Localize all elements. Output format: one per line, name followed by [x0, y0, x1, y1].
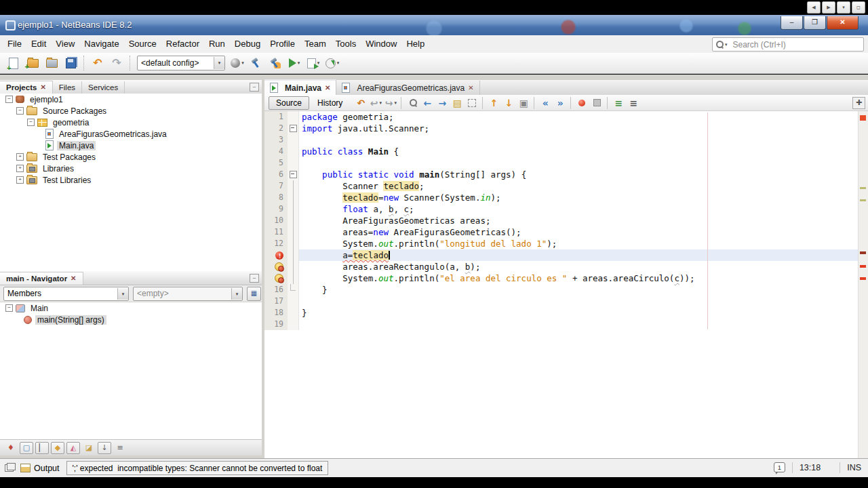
- maximize-editor-icon[interactable]: ◻: [852, 1, 865, 14]
- toolbar-build-sphere-button[interactable]: ▾: [229, 54, 246, 72]
- toolbar-save-all-button[interactable]: [62, 54, 79, 72]
- code-text[interactable]: System.out.println("el area del circulo …: [299, 272, 859, 284]
- toolbar-open-project-button[interactable]: [43, 54, 60, 72]
- code-text[interactable]: public class Main {: [299, 146, 859, 157]
- menu-source[interactable]: Source: [124, 35, 161, 52]
- code-text[interactable]: public static void main(String[] args) {: [299, 169, 859, 180]
- toolbar-undo-button[interactable]: ↶: [89, 54, 106, 72]
- code-fold-icon[interactable]: [290, 125, 297, 132]
- show-qualified-names-button[interactable]: ◪: [82, 442, 96, 454]
- error-stripe-mark[interactable]: [860, 187, 866, 189]
- config-combobox[interactable]: <default config>▾: [137, 56, 225, 70]
- code-text[interactable]: [299, 296, 859, 307]
- editor-previous-bookmark-button[interactable]: ↑: [486, 96, 501, 110]
- toolbar-overflow-icon[interactable]: ✚: [852, 97, 865, 109]
- editor-find-next-button[interactable]: →: [435, 96, 450, 110]
- editor-uncomment-button[interactable]: ≡: [626, 96, 641, 110]
- toolbar-build-hammer-button[interactable]: [248, 54, 265, 72]
- code-text[interactable]: a=teclado: [299, 249, 859, 261]
- error-stripe-mark[interactable]: [860, 199, 866, 201]
- tab-services[interactable]: Services: [82, 81, 125, 94]
- project-item-geometria[interactable]: −geometria: [0, 117, 262, 128]
- show-non-public-button[interactable]: ◆: [51, 442, 64, 454]
- code-fold-icon[interactable]: [290, 171, 297, 178]
- output-tab[interactable]: Output: [19, 464, 66, 473]
- search-input[interactable]: ▾ Search (Ctrl+I): [712, 37, 864, 52]
- code-text[interactable]: System.out.println("longitud del lado 1"…: [299, 238, 859, 249]
- window-group-icon[interactable]: [5, 464, 14, 472]
- show-fields-button[interactable]: ▢: [20, 442, 33, 454]
- warning-error-glyph-icon[interactable]: [275, 274, 283, 283]
- collapse-icon[interactable]: −: [16, 107, 24, 115]
- toolbar-new-project-button[interactable]: [24, 54, 41, 72]
- menu-refactor[interactable]: Refactor: [161, 35, 204, 52]
- code-text[interactable]: [299, 134, 859, 146]
- menu-edit[interactable]: Edit: [26, 35, 51, 52]
- menu-navigate[interactable]: Navigate: [79, 35, 123, 52]
- close-button[interactable]: ✕: [827, 16, 859, 30]
- editor-back-button[interactable]: ↩▾: [368, 96, 383, 110]
- editor-tab-areafigurasgeometricas-java[interactable]: AreaFigurasGeometricas.java✕: [336, 81, 479, 95]
- tab-close-icon[interactable]: ✕: [325, 85, 330, 92]
- scroll-tabs-left-icon[interactable]: ◀: [807, 1, 821, 14]
- tab-close-icon[interactable]: ✕: [468, 85, 473, 92]
- tab-close-icon[interactable]: ✕: [40, 84, 45, 91]
- code-text[interactable]: }: [299, 284, 859, 296]
- error-stripe-mark[interactable]: [860, 115, 866, 121]
- collapse-icon[interactable]: −: [5, 304, 13, 312]
- toolbar-debug-project-button[interactable]: ▾: [304, 54, 322, 72]
- code-text[interactable]: [299, 157, 859, 169]
- project-item-ejemplo1[interactable]: −ejemplo1: [0, 94, 262, 105]
- code-text[interactable]: float a, b, c;: [299, 203, 859, 215]
- tab-projects[interactable]: Projects✕: [0, 81, 53, 94]
- search-dropdown-icon[interactable]: ▾: [725, 42, 728, 47]
- tab-files[interactable]: Files: [53, 81, 82, 94]
- minimize-button[interactable]: –: [781, 16, 803, 30]
- error-glyph-icon[interactable]: [275, 251, 283, 260]
- menu-file[interactable]: File: [3, 35, 26, 52]
- history-view-button[interactable]: History: [312, 97, 348, 109]
- collapse-icon[interactable]: −: [27, 119, 35, 126]
- menu-debug[interactable]: Debug: [230, 35, 265, 52]
- editor-shift-right-button[interactable]: »: [553, 96, 568, 110]
- editor-tab-main-java[interactable]: Main.java✕: [264, 79, 336, 95]
- editor-next-bookmark-button[interactable]: ↓: [501, 96, 516, 110]
- menu-profile[interactable]: Profile: [265, 35, 300, 52]
- menu-run[interactable]: Run: [204, 35, 230, 52]
- error-stripe-mark[interactable]: [860, 265, 866, 268]
- show-inherited-button[interactable]: ♦: [4, 442, 18, 454]
- projects-minimize-icon[interactable]: –: [250, 83, 259, 92]
- code-text[interactable]: [299, 319, 859, 330]
- error-stripe[interactable]: [858, 111, 868, 458]
- restore-button[interactable]: ❐: [804, 16, 826, 30]
- tab-navigator[interactable]: main - Navigator ✕: [0, 272, 83, 285]
- expand-icon[interactable]: +: [16, 165, 24, 172]
- members-combobox[interactable]: Members ▾: [3, 287, 129, 301]
- collapse-icon[interactable]: −: [5, 96, 13, 103]
- source-view-button[interactable]: Source: [269, 96, 309, 110]
- navigator-minimize-icon[interactable]: –: [250, 274, 259, 283]
- navigator-close-icon[interactable]: ✕: [71, 275, 76, 282]
- project-item-source-packages[interactable]: −Source Packages: [0, 105, 262, 117]
- code-text[interactable]: AreaFigurasGeometricas areas;: [299, 215, 859, 226]
- show-static-members-button[interactable]: ▏: [35, 442, 49, 454]
- editor-stop-macro-button[interactable]: [589, 96, 604, 110]
- editor-last-edit-button[interactable]: ↶: [353, 96, 368, 110]
- editor-record-macro-button[interactable]: [574, 96, 589, 110]
- error-stripe-mark[interactable]: [860, 277, 866, 280]
- code-text[interactable]: }: [299, 307, 859, 319]
- editor-find-button[interactable]: [405, 96, 420, 110]
- sort-by-name-button[interactable]: ↓: [98, 442, 111, 454]
- navigator-table-view-button[interactable]: ▦: [247, 287, 261, 301]
- notification-badge[interactable]: 1: [774, 462, 785, 472]
- sort-by-source-button[interactable]: ≡: [113, 442, 127, 454]
- tab-list-dropdown-icon[interactable]: ▾: [837, 1, 850, 14]
- expand-icon[interactable]: +: [16, 153, 24, 161]
- project-item-libraries[interactable]: +Libraries: [0, 163, 262, 174]
- toolbar-new-file-button[interactable]: [5, 54, 22, 72]
- project-item-test-packages[interactable]: +Test Packages: [0, 151, 262, 163]
- scope-combobox[interactable]: <empty> ▾: [133, 287, 243, 301]
- warning-error-glyph-icon[interactable]: [275, 262, 283, 271]
- editor-toggle-bookmark-button[interactable]: ▣: [516, 96, 531, 110]
- code-text[interactable]: package geometria;: [299, 111, 859, 123]
